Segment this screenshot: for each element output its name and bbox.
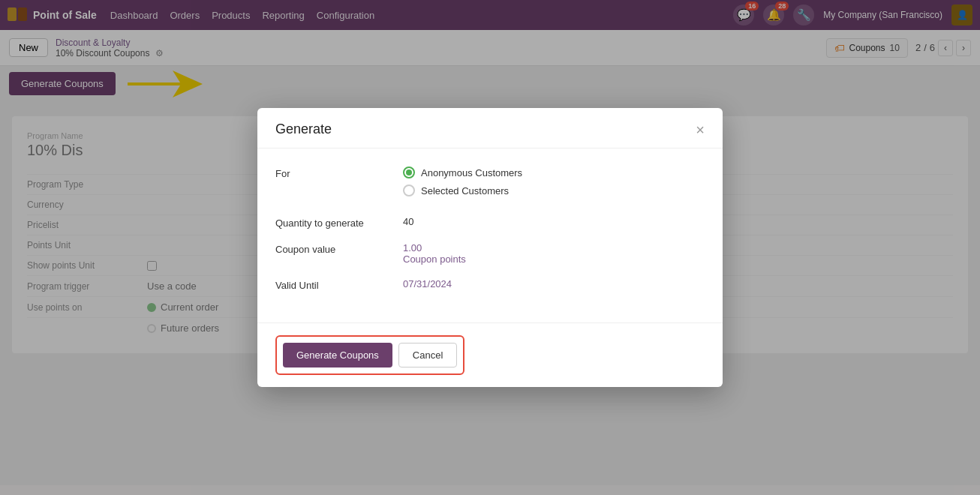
- modal-title: Generate: [275, 122, 332, 137]
- coupon-value-field: Coupon value 1.00 Coupon points: [275, 242, 705, 265]
- selected-option[interactable]: Selected Customers: [403, 184, 705, 196]
- anonymous-label: Anonymous Customers: [421, 167, 522, 178]
- coupon-value-label: Coupon value: [275, 242, 403, 255]
- anonymous-radio-outer: [403, 166, 415, 178]
- valid-until-value[interactable]: 07/31/2024: [403, 278, 452, 290]
- coupon-value-link[interactable]: 1.00: [403, 242, 422, 254]
- anonymous-option[interactable]: Anonymous Customers: [403, 166, 705, 178]
- modal-body: For Anonymous Customers Selected Custome…: [257, 148, 723, 322]
- valid-until-label: Valid Until: [275, 278, 403, 291]
- modal-close-button[interactable]: ×: [696, 122, 705, 137]
- quantity-value: 40: [403, 216, 413, 227]
- modal-overlay: Generate × For Anonymous Customers: [0, 0, 980, 485]
- modal-footer: Generate Coupons Cancel: [257, 322, 723, 387]
- quantity-label: Quantity to generate: [275, 216, 403, 229]
- main-content: Program Name 10% Dis Program Type Curren…: [0, 101, 980, 485]
- valid-until-field: Valid Until 07/31/2024: [275, 278, 705, 291]
- footer-button-group: Generate Coupons Cancel: [275, 335, 464, 375]
- modal-header: Generate ×: [257, 108, 723, 148]
- anonymous-radio-inner: [406, 170, 412, 176]
- generate-modal: Generate × For Anonymous Customers: [257, 108, 723, 387]
- coupon-points-link[interactable]: Coupon points: [403, 254, 466, 265]
- selected-label: Selected Customers: [421, 185, 509, 196]
- quantity-field: Quantity to generate 40: [275, 216, 705, 229]
- valid-until-content: 07/31/2024: [403, 278, 705, 290]
- modal-generate-button[interactable]: Generate Coupons: [283, 343, 392, 368]
- for-label: For: [275, 166, 403, 179]
- for-content: Anonymous Customers Selected Customers: [403, 166, 705, 202]
- quantity-content: 40: [403, 216, 705, 227]
- for-field: For Anonymous Customers Selected Custome…: [275, 166, 705, 202]
- coupon-value-content: 1.00 Coupon points: [403, 242, 705, 265]
- modal-cancel-button[interactable]: Cancel: [398, 343, 457, 368]
- selected-radio-outer: [403, 184, 415, 196]
